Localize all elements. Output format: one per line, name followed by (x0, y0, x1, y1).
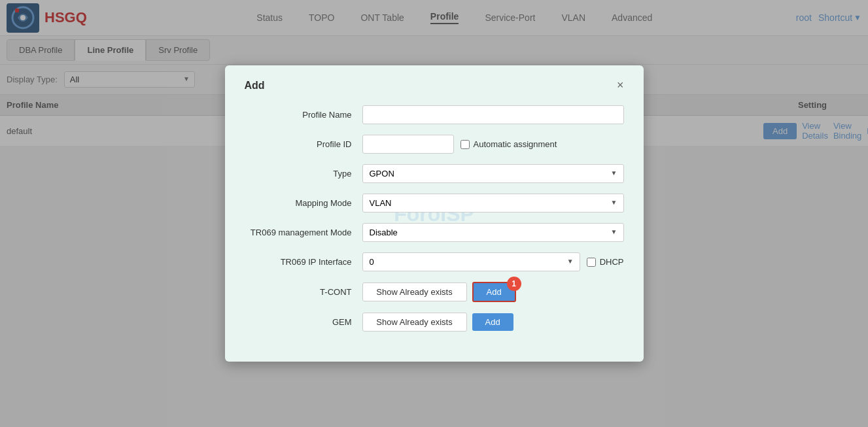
tr069-ip-label: TR069 IP Interface (245, 257, 362, 267)
form-row-type: Type GPON (245, 164, 624, 183)
form-row-tr069-mgmt: TR069 management Mode Disable (245, 223, 624, 242)
gem-show-exists-button[interactable]: Show Already exists (362, 313, 467, 332)
dialog-title: Add (245, 80, 265, 92)
profile-id-wrap: Automatic assignment (362, 135, 624, 154)
profile-id-input[interactable] (362, 135, 454, 154)
tr069-mgmt-select[interactable]: Disable (362, 223, 624, 242)
type-label: Type (245, 169, 362, 179)
profile-id-label: Profile ID (245, 139, 362, 149)
form-row-tr069-ip: TR069 IP Interface 0 DHCP (245, 252, 624, 271)
tr069-ip-wrap: 0 DHCP (362, 252, 624, 271)
tr069-mgmt-label: TR069 management Mode (245, 228, 362, 237)
gem-input-area: Show Already exists Add (362, 313, 624, 332)
mapping-mode-select[interactable]: VLAN (362, 194, 624, 213)
dialog-close-button[interactable]: × (617, 78, 624, 92)
form-row-tcont: T-CONT Show Already exists Add 1 (245, 282, 624, 302)
automatic-assignment-label: Automatic assignment (460, 139, 557, 149)
add-dialog: ForoISP Add × Profile Name Profile ID Au… (225, 65, 644, 362)
tcont-show-exists-button[interactable]: Show Already exists (362, 282, 467, 301)
dhcp-label: DHCP (587, 257, 624, 267)
dialog-header: Add × (245, 78, 624, 92)
gem-add-button[interactable]: Add (472, 313, 513, 331)
type-select[interactable]: GPON (362, 164, 624, 183)
tr069-mgmt-select-wrap: Disable (362, 223, 624, 242)
profile-name-label: Profile Name (245, 110, 362, 120)
type-select-wrap: GPON (362, 164, 624, 183)
tr069-ip-select[interactable]: 0 (362, 252, 580, 271)
mapping-mode-select-wrap: VLAN (362, 194, 624, 213)
tcont-input-area: Show Already exists Add 1 (362, 282, 624, 302)
tr069-ip-select-wrap: 0 (362, 252, 580, 271)
form-row-profile-name: Profile Name (245, 105, 624, 124)
gem-label: GEM (245, 317, 362, 327)
tcont-label: T-CONT (245, 287, 362, 297)
form-row-profile-id: Profile ID Automatic assignment (245, 135, 624, 154)
mapping-mode-label: Mapping Mode (245, 198, 362, 208)
modal-overlay: ForoISP Add × Profile Name Profile ID Au… (0, 0, 868, 427)
tcont-badge: 1 (507, 277, 521, 291)
tcont-add-wrap: Add 1 (472, 282, 516, 302)
automatic-assignment-checkbox[interactable] (460, 140, 470, 149)
dhcp-checkbox[interactable] (587, 258, 596, 267)
form-row-mapping-mode: Mapping Mode VLAN (245, 194, 624, 213)
form-row-gem: GEM Show Already exists Add (245, 313, 624, 332)
profile-name-input[interactable] (362, 105, 624, 124)
